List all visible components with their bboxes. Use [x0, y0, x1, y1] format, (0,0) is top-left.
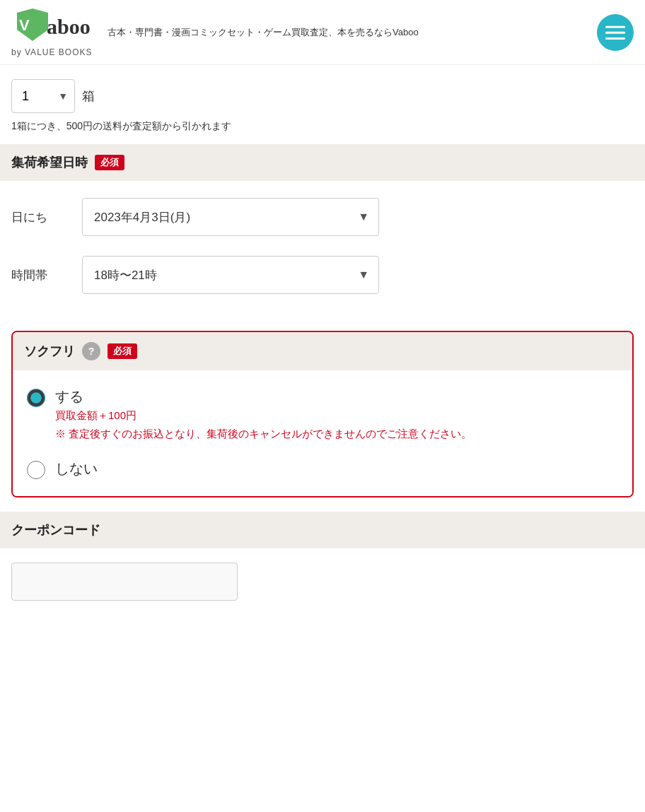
pickup-section-title: 集荷希望日時 — [11, 154, 88, 171]
hamburger-icon — [605, 23, 625, 42]
time-select-wrapper: 18時〜21時 12時〜15時 15時〜18時 ▼ — [82, 256, 379, 294]
sokufu-yes-label: する — [55, 387, 472, 406]
sokufu-yes-text: する 買取金額＋100円 ※ 査定後すぐのお振込となり、集荷後のキャンセルができ… — [55, 387, 472, 442]
header-tagline: 古本・専門書・漫画コミックセット・ゲーム買取査定、本を売るならVaboo — [108, 26, 597, 39]
time-select[interactable]: 18時〜21時 12時〜15時 15時〜18時 — [82, 256, 379, 294]
sokufu-help-icon[interactable]: ? — [82, 342, 100, 360]
time-row: 時間帯 18時〜21時 12時〜15時 15時〜18時 ▼ — [11, 256, 634, 294]
coupon-title: クーポンコード — [11, 523, 100, 537]
date-row: 日にち 2023年4月3日(月) 2023年4月4日(火) 2023年4月5日(… — [11, 198, 634, 236]
box-note: 1箱につき、500円の送料が査定額から引かれます — [11, 120, 634, 144]
sokufu-section: ソクフリ ? 必須 する 買取金額＋100円 ※ 査定後すぐのお振込となり、集荷… — [11, 331, 634, 498]
coupon-input-area — [11, 548, 634, 615]
sokufu-yes-option: する 買取金額＋100円 ※ 査定後すぐのお振込となり、集荷後のキャンセルができ… — [27, 387, 618, 442]
main-content: 1 2 3 4 5 ▼ 箱 1箱につき、500円の送料が査定額から引かれます 集… — [0, 65, 645, 615]
sokufu-no-radio[interactable] — [27, 461, 45, 479]
svg-rect-5 — [605, 37, 625, 40]
box-count-select[interactable]: 1 2 3 4 5 — [11, 79, 75, 113]
page-header: V aboo by VALUE BOOKS 古本・専門書・漫画コミックセット・ゲ… — [0, 0, 645, 65]
date-select[interactable]: 2023年4月3日(月) 2023年4月4日(火) 2023年4月5日(水) — [82, 198, 379, 236]
logo-area: V aboo by VALUE BOOKS — [11, 7, 96, 57]
box-count-section: 1 2 3 4 5 ▼ 箱 — [11, 65, 634, 120]
box-count-select-wrapper: 1 2 3 4 5 ▼ — [11, 79, 75, 113]
sokufu-yes-note: ※ 査定後すぐのお振込となり、集荷後のキャンセルができませんのでご注意ください。 — [55, 425, 472, 442]
sokufu-body: する 買取金額＋100円 ※ 査定後すぐのお振込となり、集荷後のキャンセルができ… — [13, 370, 632, 496]
sokufu-header: ソクフリ ? 必須 — [13, 332, 632, 370]
sokufu-yes-radio[interactable] — [27, 389, 45, 407]
svg-text:V: V — [19, 16, 30, 34]
sokufu-no-text: しない — [55, 459, 98, 478]
svg-text:aboo: aboo — [47, 15, 91, 38]
svg-rect-4 — [605, 31, 625, 33]
box-label: 箱 — [82, 88, 95, 105]
logo-byline: by VALUE BOOKS — [11, 47, 96, 57]
pickup-section-header: 集荷希望日時 必須 — [0, 144, 645, 181]
sokufu-yes-sublabel: 買取金額＋100円 — [55, 409, 472, 423]
sokufu-required-badge: 必須 — [108, 343, 137, 359]
pickup-required-badge: 必須 — [95, 155, 124, 170]
vaboo-logo: V aboo — [11, 7, 96, 46]
coupon-section-header: クーポンコード — [0, 512, 645, 548]
svg-rect-3 — [605, 25, 625, 28]
coupon-input[interactable] — [11, 563, 238, 601]
time-label: 時間帯 — [11, 267, 68, 283]
date-select-wrapper: 2023年4月3日(月) 2023年4月4日(火) 2023年4月5日(水) ▼ — [82, 198, 379, 236]
pickup-form-section: 日にち 2023年4月3日(月) 2023年4月4日(火) 2023年4月5日(… — [11, 181, 634, 331]
sokufu-no-option: しない — [27, 459, 618, 479]
sokufu-no-label: しない — [55, 459, 98, 478]
sokufu-title: ソクフリ — [24, 343, 75, 360]
menu-button[interactable] — [597, 14, 634, 51]
date-label: 日にち — [11, 209, 68, 225]
